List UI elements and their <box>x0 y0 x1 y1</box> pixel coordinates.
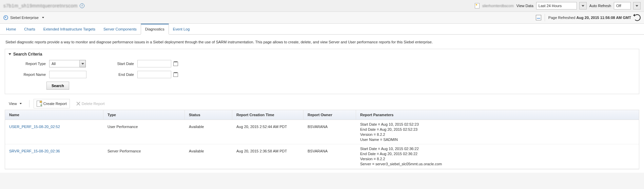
start-date-wrap <box>137 60 178 67</box>
column-header[interactable]: Report Parameters <box>356 110 639 120</box>
end-date-label: End Date <box>93 72 134 77</box>
tab-charts[interactable]: Charts <box>20 24 39 35</box>
calendar-icon[interactable] <box>173 61 178 66</box>
end-date-wrap <box>137 71 178 78</box>
table-row: USER_PERF_15-08-20_02:52User Performance… <box>5 120 639 144</box>
page-refreshed-text: Page Refreshed Aug 20, 2015 11:56:08 AM … <box>548 16 631 20</box>
column-header[interactable]: Report Owner <box>304 110 356 120</box>
view-menu-label: View <box>9 102 17 106</box>
tab-server-components[interactable]: Server Components <box>99 24 141 35</box>
auto-refresh-value: Off <box>616 4 621 8</box>
page-context-icon[interactable] <box>536 15 541 20</box>
top-left: s7b1m_sh19mmtqueroretnrscom i <box>3 3 84 8</box>
search-button-row: Search <box>8 82 636 90</box>
auto-refresh-label: Auto Refresh <box>589 4 611 8</box>
view-data-value: Last 24 Hours <box>539 4 562 8</box>
delete-report-label: Delete Report <box>82 102 105 106</box>
tab-extended-infrastructure-targets[interactable]: Extended Infrastructure Targets <box>39 24 99 35</box>
report-owner-cell: BSVARANA <box>304 120 356 144</box>
report-type-select[interactable]: All <box>49 60 90 67</box>
column-header[interactable]: Report Creation Time <box>232 110 304 120</box>
chevron-down-icon <box>42 17 44 18</box>
search-criteria-header: Search Criteria <box>8 52 636 57</box>
report-type-cell: Server Performance <box>103 144 185 168</box>
top-right: slierhomterdbscom View Data Last 24 Hour… <box>475 2 641 9</box>
report-type-label: Report Type <box>8 62 46 66</box>
report-creation-cell: Aug 20, 2015 2:52:44 AM PDT <box>232 120 304 144</box>
view-data-dropdown-button[interactable] <box>579 2 587 9</box>
report-name-link[interactable]: SRVR_PERF_15-08-20_02:36 <box>5 144 103 168</box>
tab-home[interactable]: Home <box>2 24 20 35</box>
report-type-cell: User Performance <box>103 120 185 144</box>
chevron-down-icon <box>582 5 584 7</box>
view-menu[interactable]: View <box>5 100 25 107</box>
toolbar: View Create Report Delete Report <box>5 98 639 110</box>
search-criteria-grid: Report Type All Start Date Report Name E… <box>8 60 636 78</box>
table-row: SRVR_PERF_15-08-20_02:36Server Performan… <box>5 144 639 169</box>
report-name-link[interactable]: USER_PERF_15-08-20_02:52 <box>5 120 103 144</box>
report-type-value: All <box>52 62 56 66</box>
create-report-label: Create Report <box>43 102 67 106</box>
report-owner-cell: BSVARANA <box>304 144 356 168</box>
column-header[interactable]: Name <box>5 110 103 120</box>
server-icon <box>475 3 480 8</box>
server-name[interactable]: slierhomterdbscom <box>482 4 514 8</box>
table-body: USER_PERF_15-08-20_02:52User Performance… <box>5 120 639 169</box>
tab-diagnostics[interactable]: Diagnostics <box>141 24 169 35</box>
report-status-cell: Available <box>185 120 232 144</box>
sub-bar: Siebel Enterprise Page Refreshed Aug 20,… <box>0 12 644 24</box>
table-header: NameTypeStatusReport Creation TimeReport… <box>5 110 639 120</box>
column-header[interactable]: Type <box>103 110 185 120</box>
target-menu-label: Siebel Enterprise <box>10 16 39 20</box>
tabs: HomeChartsExtended Infrastructure Target… <box>0 24 644 35</box>
column-header[interactable]: Status <box>185 110 232 120</box>
delete-report-button: Delete Report <box>73 100 108 107</box>
start-date-label: Start Date <box>93 62 134 66</box>
reports-table: NameTypeStatusReport Creation TimeReport… <box>5 110 639 169</box>
target-title: s7b1m_sh19mmtqueroretnrscom <box>3 3 78 8</box>
view-data-select[interactable]: Last 24 Hours <box>536 2 577 9</box>
search-criteria-panel: Search Criteria Report Type All Start Da… <box>5 49 639 94</box>
sub-right: Page Refreshed Aug 20, 2015 11:56:08 AM … <box>536 14 641 21</box>
auto-refresh-select[interactable]: Off <box>614 2 631 9</box>
report-name-label: Report Name <box>8 72 46 77</box>
chevron-down-icon <box>81 63 84 65</box>
new-document-icon <box>37 101 42 107</box>
tab-event-log[interactable]: Event Log <box>169 24 194 35</box>
report-name-input[interactable] <box>49 71 86 78</box>
create-report-button[interactable]: Create Report <box>34 99 70 108</box>
report-parameters-cell: Start Date = Aug 10, 2015 02:52:23End Da… <box>356 120 639 144</box>
search-button[interactable]: Search <box>46 82 69 90</box>
page-refreshed-time: Aug 20, 2015 11:56:08 AM GMT <box>576 16 631 20</box>
intro-text: Siebel diagnostic reports provide a way … <box>5 40 639 44</box>
report-creation-cell: Aug 20, 2015 2:36:58 AM PDT <box>232 144 304 168</box>
report-parameters-cell: Start Date = Aug 10, 2015 02:36:22End Da… <box>356 144 639 168</box>
chevron-down-icon <box>20 103 22 104</box>
auto-refresh-dropdown-button[interactable] <box>633 2 641 9</box>
refresh-icon[interactable] <box>634 14 641 21</box>
info-icon[interactable]: i <box>80 3 84 8</box>
disclosure-icon[interactable] <box>8 53 11 55</box>
report-status-cell: Available <box>185 144 232 168</box>
separator <box>29 100 30 107</box>
target-menu[interactable]: Siebel Enterprise <box>3 15 44 20</box>
calendar-icon[interactable] <box>173 72 178 77</box>
start-date-input[interactable] <box>137 60 171 67</box>
delete-icon <box>76 102 80 106</box>
report-type-dropdown-button[interactable] <box>80 60 86 67</box>
separator <box>545 14 545 21</box>
top-bar: s7b1m_sh19mmtqueroretnrscom i slierhomte… <box>0 0 644 12</box>
view-data-label: View Data <box>516 4 533 8</box>
page-refreshed-label: Page Refreshed <box>548 16 575 20</box>
search-criteria-title: Search Criteria <box>13 52 42 57</box>
end-date-input[interactable] <box>137 71 171 78</box>
target-icon <box>3 15 8 20</box>
chevron-down-icon <box>636 5 638 7</box>
content: Siebel diagnostic reports provide a way … <box>0 35 644 173</box>
